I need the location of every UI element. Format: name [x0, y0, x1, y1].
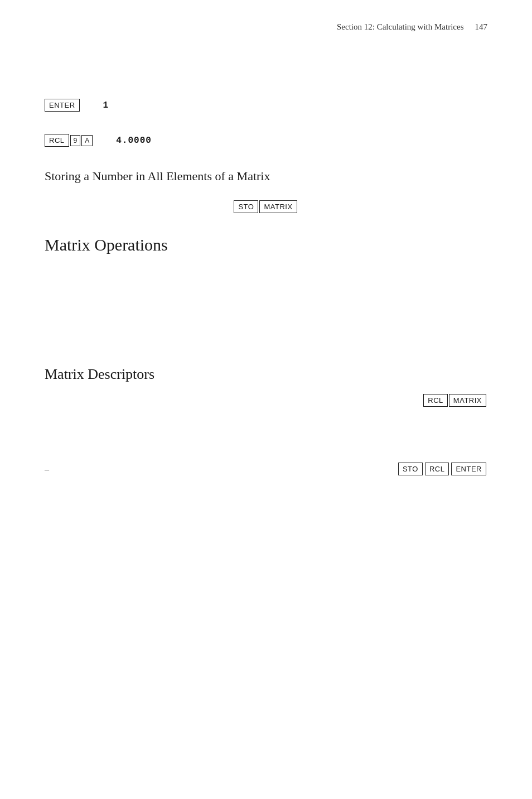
matrix-descriptors-heading: Matrix Descriptors [45, 366, 487, 383]
rcl-key-2: RCL [423, 394, 448, 407]
page-container: Section 12: Calculating with Matrices 14… [0, 0, 532, 799]
matrix-operations-heading: Matrix Operations [45, 235, 487, 254]
sto-rcl-enter-keys: STO RCL ENTER [398, 463, 487, 475]
dash-sto-rcl-enter-row: – STO RCL ENTER [45, 463, 487, 475]
matrix-operations-section: Matrix Operations [45, 235, 487, 254]
matrix-descriptors-section: Matrix Descriptors RCL MATRIX – STO RCL … [45, 366, 487, 475]
page-header: Section 12: Calculating with Matrices 14… [45, 22, 487, 65]
enter-result: 1 [103, 100, 109, 110]
rcl-result: 4.0000 [116, 136, 152, 146]
enter-key: ENTER [45, 99, 80, 112]
rcl-key-3: RCL [425, 463, 449, 475]
enter-key-row: ENTER 1 [45, 99, 487, 112]
matrix-key: MATRIX [259, 200, 297, 213]
a-key: A [81, 135, 93, 146]
sto-key: STO [234, 200, 258, 213]
sto-matrix-row: STO MATRIX [45, 200, 487, 213]
page-number: 147 [475, 22, 488, 32]
rcl-key-row: RCL 9 A 4.0000 [45, 134, 487, 147]
spacer-1 [45, 418, 487, 451]
matrix-key-2: MATRIX [449, 394, 486, 407]
dash-label: – [45, 464, 49, 474]
rcl-matrix-row: RCL MATRIX [45, 394, 487, 407]
enter-key-2: ENTER [451, 463, 486, 475]
nine-key: 9 [70, 135, 81, 146]
sto-key-2: STO [398, 463, 423, 475]
storing-heading: Storing a Number in All Elements of a Ma… [45, 169, 487, 184]
rcl-key: RCL [45, 134, 69, 147]
section-title: Section 12: Calculating with Matrices [337, 22, 463, 32]
